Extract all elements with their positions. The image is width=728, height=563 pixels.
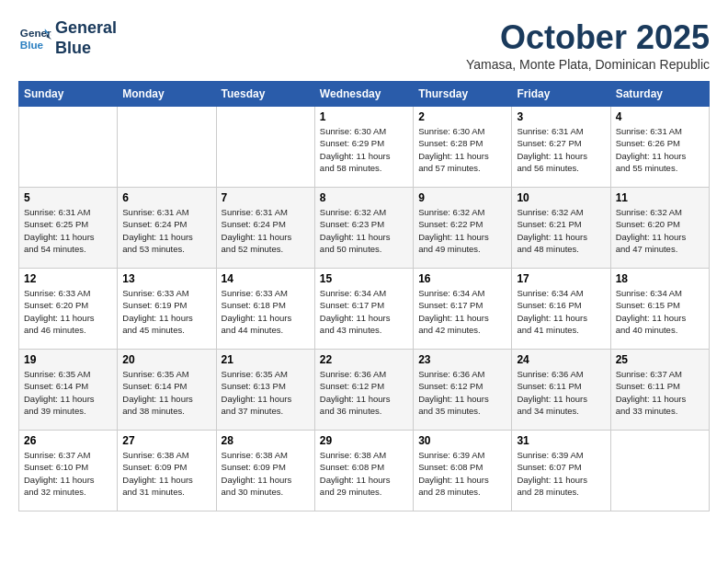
day-number: 12: [24, 272, 112, 285]
day-number: 30: [418, 434, 506, 447]
calendar-cell: 17Sunrise: 6:34 AM Sunset: 6:16 PM Dayli…: [512, 269, 610, 350]
header: General Blue GeneralBlue October 2025 Ya…: [18, 18, 710, 72]
day-info: Sunrise: 6:31 AM Sunset: 6:24 PM Dayligh…: [122, 206, 210, 255]
day-info: Sunrise: 6:31 AM Sunset: 6:25 PM Dayligh…: [24, 206, 112, 255]
calendar-cell: 5Sunrise: 6:31 AM Sunset: 6:25 PM Daylig…: [19, 188, 118, 269]
calendar-cell: [118, 107, 216, 188]
calendar-week-1: 1Sunrise: 6:30 AM Sunset: 6:29 PM Daylig…: [19, 107, 710, 188]
calendar-cell: 25Sunrise: 6:37 AM Sunset: 6:11 PM Dayli…: [610, 350, 709, 431]
calendar-table: SundayMondayTuesdayWednesdayThursdayFrid…: [18, 81, 710, 511]
calendar-cell: [610, 431, 709, 511]
calendar-cell: 10Sunrise: 6:32 AM Sunset: 6:21 PM Dayli…: [512, 188, 610, 269]
day-number: 31: [517, 434, 605, 447]
day-number: 28: [222, 434, 310, 447]
weekday-header-sunday: Sunday: [19, 82, 118, 107]
location-subtitle: Yamasa, Monte Plata, Dominican Republic: [466, 57, 710, 72]
day-number: 27: [122, 434, 210, 447]
day-number: 11: [616, 191, 704, 204]
weekday-header-tuesday: Tuesday: [216, 82, 314, 107]
day-number: 4: [616, 110, 704, 123]
day-info: Sunrise: 6:32 AM Sunset: 6:22 PM Dayligh…: [418, 206, 506, 255]
day-number: 20: [122, 353, 210, 366]
day-info: Sunrise: 6:39 AM Sunset: 6:07 PM Dayligh…: [517, 449, 605, 498]
day-number: 17: [517, 272, 605, 285]
day-info: Sunrise: 6:31 AM Sunset: 6:24 PM Dayligh…: [222, 206, 310, 255]
calendar-cell: 20Sunrise: 6:35 AM Sunset: 6:14 PM Dayli…: [118, 350, 216, 431]
calendar-cell: 27Sunrise: 6:38 AM Sunset: 6:09 PM Dayli…: [118, 431, 216, 511]
day-number: 21: [222, 353, 310, 366]
calendar-cell: 7Sunrise: 6:31 AM Sunset: 6:24 PM Daylig…: [216, 188, 314, 269]
calendar-cell: 1Sunrise: 6:30 AM Sunset: 6:29 PM Daylig…: [314, 107, 413, 188]
weekday-header-wednesday: Wednesday: [314, 82, 413, 107]
day-number: 25: [616, 353, 704, 366]
calendar-cell: 6Sunrise: 6:31 AM Sunset: 6:24 PM Daylig…: [118, 188, 216, 269]
day-info: Sunrise: 6:33 AM Sunset: 6:20 PM Dayligh…: [24, 287, 112, 336]
day-info: Sunrise: 6:36 AM Sunset: 6:12 PM Dayligh…: [418, 368, 506, 417]
day-number: 13: [122, 272, 210, 285]
calendar-cell: 11Sunrise: 6:32 AM Sunset: 6:20 PM Dayli…: [610, 188, 709, 269]
weekday-header-row: SundayMondayTuesdayWednesdayThursdayFrid…: [19, 82, 710, 107]
logo-general: General: [55, 18, 117, 37]
calendar-cell: 22Sunrise: 6:36 AM Sunset: 6:12 PM Dayli…: [314, 350, 413, 431]
day-info: Sunrise: 6:33 AM Sunset: 6:18 PM Dayligh…: [222, 287, 310, 336]
day-info: Sunrise: 6:32 AM Sunset: 6:23 PM Dayligh…: [320, 206, 408, 255]
calendar-cell: [19, 107, 118, 188]
day-number: 29: [320, 434, 408, 447]
calendar-week-2: 5Sunrise: 6:31 AM Sunset: 6:25 PM Daylig…: [19, 188, 710, 269]
calendar-cell: 29Sunrise: 6:38 AM Sunset: 6:08 PM Dayli…: [314, 431, 413, 511]
month-title: October 2025: [466, 18, 710, 57]
weekday-header-monday: Monday: [118, 82, 216, 107]
calendar-cell: 31Sunrise: 6:39 AM Sunset: 6:07 PM Dayli…: [512, 431, 610, 511]
day-number: 6: [122, 191, 210, 204]
weekday-header-saturday: Saturday: [610, 82, 709, 107]
calendar-cell: 2Sunrise: 6:30 AM Sunset: 6:28 PM Daylig…: [414, 107, 512, 188]
day-info: Sunrise: 6:32 AM Sunset: 6:21 PM Dayligh…: [517, 206, 605, 255]
day-info: Sunrise: 6:30 AM Sunset: 6:28 PM Dayligh…: [418, 125, 506, 174]
svg-text:Blue: Blue: [20, 38, 44, 50]
calendar-cell: 3Sunrise: 6:31 AM Sunset: 6:27 PM Daylig…: [512, 107, 610, 188]
day-number: 8: [320, 191, 408, 204]
day-info: Sunrise: 6:34 AM Sunset: 6:17 PM Dayligh…: [320, 287, 408, 336]
calendar-cell: 9Sunrise: 6:32 AM Sunset: 6:22 PM Daylig…: [414, 188, 512, 269]
calendar-cell: 19Sunrise: 6:35 AM Sunset: 6:14 PM Dayli…: [19, 350, 118, 431]
day-number: 1: [320, 110, 408, 123]
day-info: Sunrise: 6:36 AM Sunset: 6:11 PM Dayligh…: [517, 368, 605, 417]
logo-text: GeneralBlue: [55, 18, 117, 58]
calendar-week-4: 19Sunrise: 6:35 AM Sunset: 6:14 PM Dayli…: [19, 350, 710, 431]
day-info: Sunrise: 6:37 AM Sunset: 6:10 PM Dayligh…: [24, 449, 112, 498]
calendar-week-3: 12Sunrise: 6:33 AM Sunset: 6:20 PM Dayli…: [19, 269, 710, 350]
day-number: 19: [24, 353, 112, 366]
day-info: Sunrise: 6:34 AM Sunset: 6:15 PM Dayligh…: [616, 287, 704, 336]
day-info: Sunrise: 6:35 AM Sunset: 6:14 PM Dayligh…: [122, 368, 210, 417]
day-info: Sunrise: 6:36 AM Sunset: 6:12 PM Dayligh…: [320, 368, 408, 417]
calendar-cell: 15Sunrise: 6:34 AM Sunset: 6:17 PM Dayli…: [314, 269, 413, 350]
day-info: Sunrise: 6:39 AM Sunset: 6:08 PM Dayligh…: [418, 449, 506, 498]
day-info: Sunrise: 6:32 AM Sunset: 6:20 PM Dayligh…: [616, 206, 704, 255]
weekday-header-friday: Friday: [512, 82, 610, 107]
day-number: 22: [320, 353, 408, 366]
day-number: 9: [418, 191, 506, 204]
day-number: 14: [222, 272, 310, 285]
day-number: 15: [320, 272, 408, 285]
day-number: 3: [517, 110, 605, 123]
day-number: 10: [517, 191, 605, 204]
weekday-header-thursday: Thursday: [414, 82, 512, 107]
day-info: Sunrise: 6:34 AM Sunset: 6:16 PM Dayligh…: [517, 287, 605, 336]
day-info: Sunrise: 6:35 AM Sunset: 6:13 PM Dayligh…: [222, 368, 310, 417]
day-number: 26: [24, 434, 112, 447]
calendar-week-5: 26Sunrise: 6:37 AM Sunset: 6:10 PM Dayli…: [19, 431, 710, 511]
calendar-cell: 30Sunrise: 6:39 AM Sunset: 6:08 PM Dayli…: [414, 431, 512, 511]
calendar-cell: 14Sunrise: 6:33 AM Sunset: 6:18 PM Dayli…: [216, 269, 314, 350]
day-number: 16: [418, 272, 506, 285]
day-number: 2: [418, 110, 506, 123]
calendar-cell: 8Sunrise: 6:32 AM Sunset: 6:23 PM Daylig…: [314, 188, 413, 269]
day-number: 7: [222, 191, 310, 204]
day-info: Sunrise: 6:38 AM Sunset: 6:09 PM Dayligh…: [222, 449, 310, 498]
calendar-cell: 13Sunrise: 6:33 AM Sunset: 6:19 PM Dayli…: [118, 269, 216, 350]
day-number: 24: [517, 353, 605, 366]
calendar-cell: [216, 107, 314, 188]
title-area: October 2025 Yamasa, Monte Plata, Domini…: [466, 18, 710, 72]
day-info: Sunrise: 6:35 AM Sunset: 6:14 PM Dayligh…: [24, 368, 112, 417]
day-info: Sunrise: 6:31 AM Sunset: 6:26 PM Dayligh…: [616, 125, 704, 174]
calendar-cell: 28Sunrise: 6:38 AM Sunset: 6:09 PM Dayli…: [216, 431, 314, 511]
